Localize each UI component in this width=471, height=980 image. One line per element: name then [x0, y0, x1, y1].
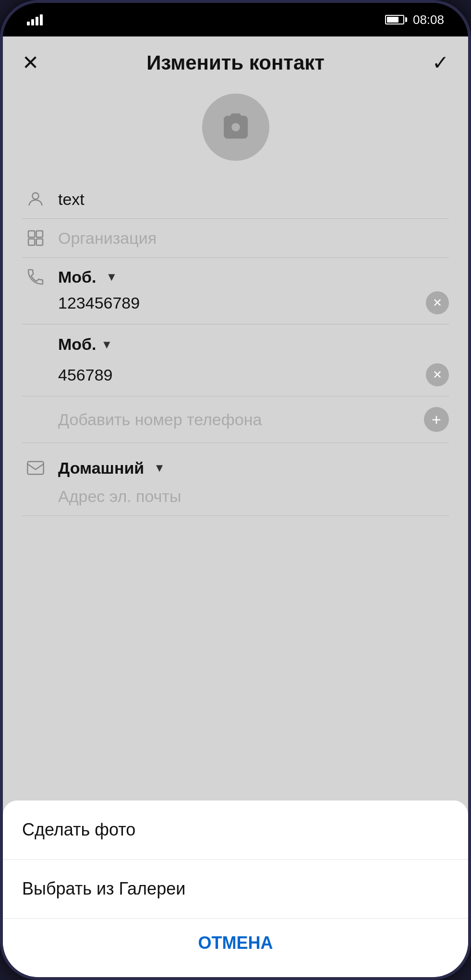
phone1-dropdown-icon[interactable]: ▼ — [106, 270, 118, 284]
notch — [207, 3, 265, 20]
confirm-button[interactable]: ✓ — [432, 51, 449, 74]
email-field-row — [22, 482, 449, 516]
close-button[interactable]: ✕ — [22, 51, 39, 74]
org-field-row — [22, 219, 449, 258]
add-phone-label: Добавить номер телефона — [58, 410, 419, 429]
phone-icon — [22, 267, 48, 287]
email-input[interactable] — [58, 487, 449, 506]
svg-rect-4 — [36, 239, 42, 245]
phone1-input[interactable] — [58, 294, 421, 312]
clock: 08:08 — [413, 12, 444, 27]
phone2-clear-button[interactable]: ✕ — [426, 363, 449, 386]
phone2-input[interactable] — [58, 366, 421, 384]
phone1-clear-button[interactable]: ✕ — [426, 291, 449, 314]
cancel-button[interactable]: ОТМЕНА — [3, 919, 468, 968]
phone1-type-label: Моб. — [58, 268, 97, 287]
name-field-row — [22, 180, 449, 219]
email-section: Домашний ▼ — [22, 443, 449, 516]
add-phone-row: Добавить номер телефона + — [22, 396, 449, 443]
signal-bar-4 — [40, 14, 43, 25]
battery-icon — [385, 15, 407, 24]
phone-frame: 08:08 ✕ Изменить контакт ✓ — [0, 0, 471, 980]
camera-icon — [221, 113, 250, 142]
add-phone-button[interactable]: + — [424, 407, 449, 432]
signal-bar-2 — [31, 19, 34, 25]
status-right: 08:08 — [385, 12, 444, 27]
phone-icon-row: Моб. ▼ — [22, 258, 449, 287]
org-icon — [22, 228, 48, 248]
screen: ✕ Изменить контакт ✓ — [3, 36, 468, 977]
choose-gallery-option[interactable]: Выбрать из Галереи — [3, 860, 468, 919]
avatar-section — [3, 84, 468, 180]
svg-rect-1 — [28, 231, 35, 237]
avatar-circle[interactable] — [202, 94, 269, 161]
name-input[interactable] — [58, 190, 449, 209]
phone2-type-row: Моб. ▼ — [22, 324, 449, 359]
svg-rect-2 — [36, 231, 42, 237]
header: ✕ Изменить контакт ✓ — [3, 36, 468, 84]
svg-point-0 — [32, 193, 38, 199]
status-bar: 08:08 — [3, 3, 468, 36]
phone2-number-row: ✕ — [22, 359, 449, 396]
person-icon — [22, 190, 48, 209]
email-icon — [22, 458, 48, 478]
svg-rect-5 — [27, 462, 43, 475]
signal-indicator — [27, 14, 43, 25]
svg-rect-3 — [28, 239, 35, 245]
page-title: Изменить контакт — [146, 51, 325, 74]
phone1-number-row: ✕ — [22, 287, 449, 324]
phone2-dropdown-icon[interactable]: ▼ — [101, 338, 113, 351]
signal-bar-1 — [27, 22, 30, 25]
email-type-label: Домашний — [58, 459, 144, 478]
org-input[interactable] — [58, 229, 449, 248]
phone2-type-label: Моб. — [58, 335, 97, 354]
email-dropdown-icon[interactable]: ▼ — [154, 461, 165, 475]
email-type-row: Домашний ▼ — [22, 448, 449, 482]
bottom-sheet: Сделать фото Выбрать из Галереи ОТМЕНА — [3, 801, 468, 977]
take-photo-option[interactable]: Сделать фото — [3, 801, 468, 860]
signal-bar-3 — [36, 17, 38, 25]
